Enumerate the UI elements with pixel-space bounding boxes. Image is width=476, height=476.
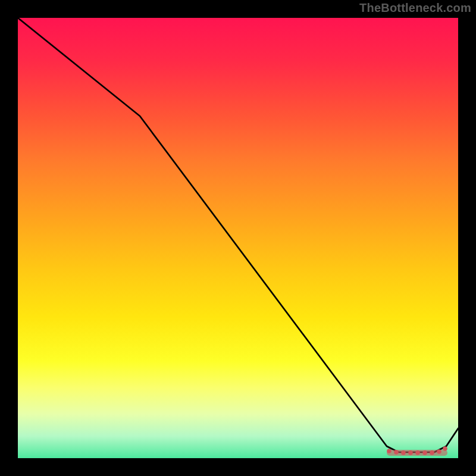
marker-dot	[437, 449, 441, 454]
plot-area	[18, 18, 458, 458]
marker-dot	[401, 450, 406, 455]
marker-dot	[422, 450, 427, 455]
chart-svg	[18, 18, 458, 458]
chart-container: TheBottleneck.com	[0, 0, 476, 476]
marker-dot	[430, 450, 434, 455]
marker-dot	[443, 446, 447, 451]
watermark-text: TheBottleneck.com	[359, 1, 471, 15]
marker-dot	[415, 450, 420, 455]
marker-dot	[394, 450, 399, 455]
main-line	[18, 18, 458, 452]
marker-dot	[408, 450, 413, 455]
marker-dot	[387, 449, 392, 453]
